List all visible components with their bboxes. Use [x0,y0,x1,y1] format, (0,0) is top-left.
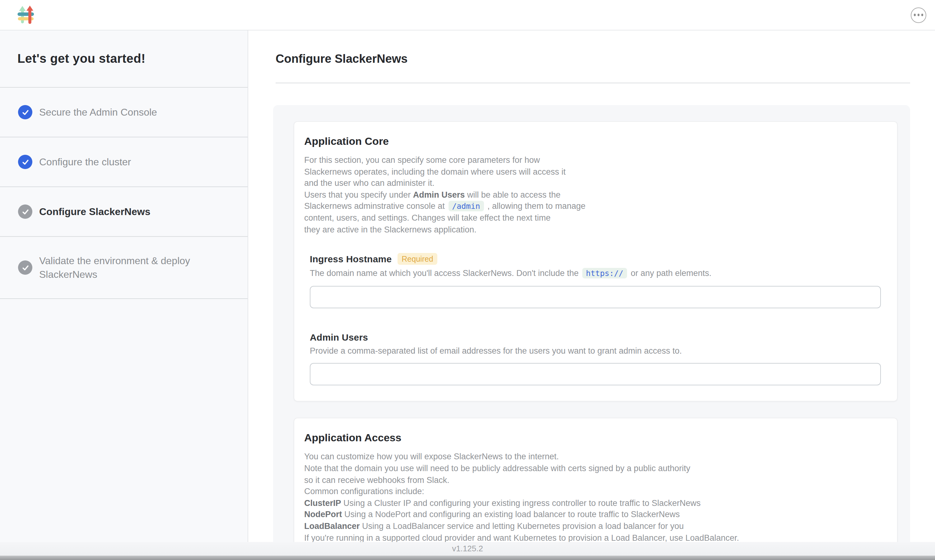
sidebar-step-validate-deploy[interactable]: Validate the environment & deploy Slacke… [0,237,248,299]
title-divider [276,83,910,83]
step-label: Configure SlackerNews [39,205,150,218]
overflow-menu-button[interactable] [911,7,926,23]
ellipsis-icon [914,14,916,16]
sidebar-step-secure-admin-console[interactable]: Secure the Admin Console [0,88,248,137]
footer-bar: v1.125.2 [0,542,935,560]
sidebar-step-configure-cluster[interactable]: Configure the cluster [0,137,248,187]
card-description: You can customize how you will expose Sl… [304,452,887,544]
application-core-card: Application Core For this section, you c… [294,121,898,402]
bottom-edge-strip [0,555,935,560]
application-access-card: Application Access You can customize how… [294,418,898,560]
top-bar [0,0,935,31]
step-label: Validate the environment & deploy Slacke… [39,254,208,281]
card-heading: Application Access [304,432,887,445]
sidebar-step-configure-slackernews[interactable]: Configure SlackerNews [0,187,248,237]
admin-users-input[interactable] [310,363,881,386]
setup-steps-sidebar: Let's get you started! Secure the Admin … [0,31,248,560]
version-label: v1.125.2 [452,544,483,553]
sidebar-title: Let's get you started! [17,52,145,66]
field-label: Admin Users [310,332,368,343]
main-content: Configure SlackerNews Application Core F… [248,31,935,560]
ellipsis-icon [921,14,923,16]
step-label: Configure the cluster [39,155,131,168]
step-complete-check-icon [18,105,32,119]
page-title: Configure SlackerNews [276,52,910,66]
field-label: Ingress Hostname [310,254,392,264]
step-label: Secure the Admin Console [39,105,157,119]
step-pending-check-icon [18,205,32,219]
slackernews-logo-icon [17,6,34,24]
ingress-hostname-input[interactable] [310,286,881,308]
field-help-text: Provide a comma-separated list of email … [310,346,881,357]
config-panel: Application Core For this section, you c… [273,105,910,560]
setup-wizard-app: Let's get you started! Secure the Admin … [0,0,935,560]
step-pending-check-icon [18,260,32,275]
required-badge: Required [397,253,437,265]
sidebar-header: Let's get you started! [0,31,248,88]
ellipsis-icon [918,14,920,16]
admin-users-field-group: Admin Users Provide a comma-separated li… [310,332,881,386]
step-complete-check-icon [18,155,32,169]
card-description: For this section, you can specify some c… [304,155,887,235]
ingress-hostname-field-group: Ingress Hostname Required The domain nam… [310,253,881,308]
card-heading: Application Core [304,135,887,148]
field-help-text: The domain name at which you'll access S… [310,268,881,279]
